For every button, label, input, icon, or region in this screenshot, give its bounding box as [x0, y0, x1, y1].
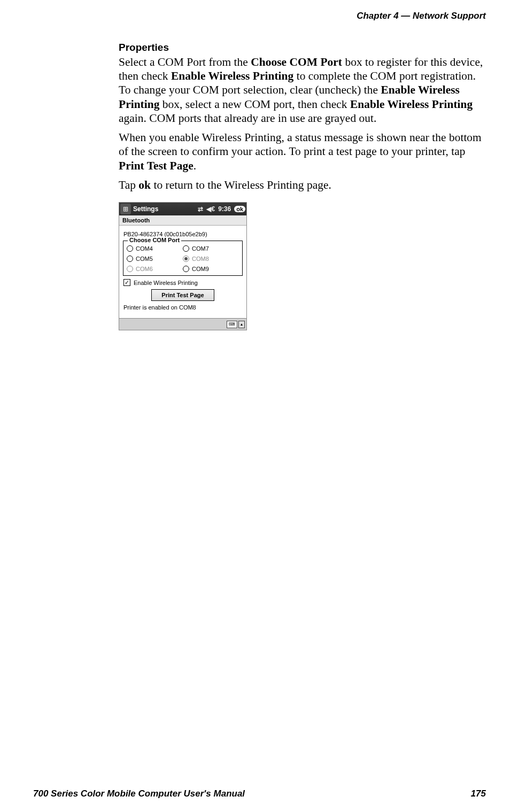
keyboard-icon[interactable]: ⌨ — [227, 321, 237, 328]
page-header: Chapter 4 — Network Support — [357, 11, 486, 21]
radio-com7[interactable]: COM7 — [183, 244, 239, 253]
print-test-page-button[interactable]: Print Test Page — [151, 289, 214, 301]
radio-dot-icon — [184, 257, 188, 260]
volume-icon[interactable]: ◀€ — [206, 205, 215, 213]
radio-icon — [183, 256, 189, 262]
fieldset-legend: Choose COM Port — [128, 237, 181, 243]
bold-text: Print Test Page — [119, 159, 193, 172]
checkbox-icon: ✓ — [123, 279, 130, 286]
page-number: 175 — [471, 788, 486, 799]
text: to return to the Wireless Printing page. — [151, 179, 331, 191]
dialog-area: PB20-4862374 (00c01b05e2b9) Choose COM P… — [119, 226, 246, 318]
sip-bar: ⌨ ▴ — [119, 318, 246, 330]
text: Tap — [119, 179, 138, 191]
radio-icon — [127, 245, 133, 252]
com-port-fieldset: Choose COM Port COM4 COM5 COM6 — [123, 241, 243, 276]
start-icon[interactable]: ⊞ — [120, 204, 131, 214]
radio-label: COM6 — [136, 266, 153, 272]
radio-label: COM8 — [192, 256, 209, 262]
paragraph-3: Tap ok to return to the Wireless Printin… — [119, 178, 485, 192]
radio-com5[interactable]: COM5 — [127, 254, 183, 263]
radio-com9[interactable]: COM9 — [183, 265, 239, 273]
radio-icon — [127, 256, 133, 262]
titlebar: ⊞ Settings ⇄ ◀€ 9:36 ok — [119, 203, 246, 215]
device-screenshot: ⊞ Settings ⇄ ◀€ 9:36 ok Bluetooth PB20-4… — [119, 202, 247, 330]
radio-icon — [127, 266, 133, 272]
radio-label: COM9 — [192, 266, 209, 272]
radio-label: COM7 — [192, 245, 209, 252]
text: box, select a new COM port, then check — [159, 98, 350, 111]
sip-arrow-icon[interactable]: ▴ — [238, 321, 245, 328]
titlebar-label: Settings — [133, 205, 158, 213]
paragraph-1: Select a COM Port from the Choose COM Po… — [119, 55, 485, 125]
connectivity-icon[interactable]: ⇄ — [198, 205, 203, 213]
radio-icon — [183, 245, 189, 252]
radio-label: COM4 — [136, 245, 153, 252]
text: . — [193, 159, 196, 172]
bluetooth-label: Bluetooth — [119, 215, 246, 226]
status-message: Printer is enabled on COM8 — [123, 304, 242, 311]
enable-wireless-printing-checkbox[interactable]: ✓ Enable Wireless Printing — [123, 279, 242, 286]
footer-title: 700 Series Color Mobile Computer User's … — [33, 788, 245, 799]
ok-button[interactable]: ok — [234, 206, 245, 212]
text: When you enable Wireless Printing, a sta… — [119, 131, 482, 158]
radio-com8: COM8 — [183, 254, 239, 263]
radio-icon — [183, 266, 189, 272]
main-content: Properties Select a COM Port from the Ch… — [119, 42, 485, 197]
paragraph-2: When you enable Wireless Printing, a sta… — [119, 130, 485, 173]
text: Select a COM Port from the — [119, 56, 251, 68]
radio-label: COM5 — [136, 256, 153, 262]
bold-text: Enable Wireless Printing — [350, 98, 472, 111]
radio-com6: COM6 — [127, 265, 183, 273]
text: again. COM ports that already are in use… — [119, 112, 376, 125]
bold-text: ok — [138, 179, 151, 191]
bold-text: Enable Wireless Printing — [171, 69, 293, 82]
radio-com4[interactable]: COM4 — [127, 244, 183, 253]
section-title: Properties — [119, 42, 485, 53]
checkbox-label: Enable Wireless Printing — [134, 280, 198, 286]
clock: 9:36 — [218, 205, 231, 213]
bold-text: Choose COM Port — [251, 56, 342, 68]
page-footer: 700 Series Color Mobile Computer User's … — [33, 788, 486, 799]
